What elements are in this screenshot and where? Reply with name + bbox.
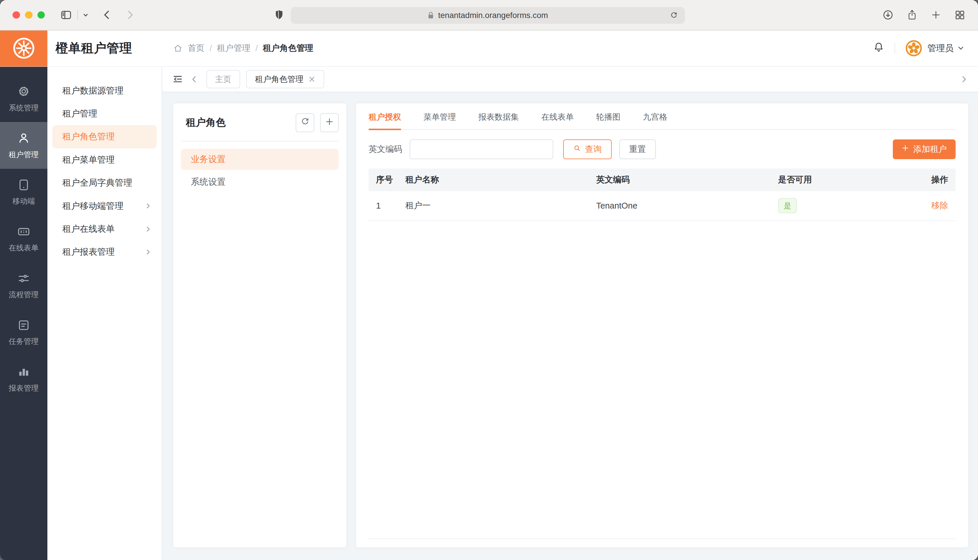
privacy-shield-icon[interactable] — [274, 9, 284, 21]
menu-item-global-dict[interactable]: 租户全局字典管理 — [47, 172, 162, 194]
breadcrumb-tenant[interactable]: 租户管理 — [217, 42, 251, 54]
menu-item-tenant-role[interactable]: 租户角色管理 — [52, 125, 156, 148]
sidebar-item-label: 租户管理 — [9, 150, 38, 160]
menu-item-tenant-menu[interactable]: 租户菜单管理 — [47, 148, 162, 172]
breadcrumb-current: 租户角色管理 — [263, 42, 313, 54]
menu-fold-icon[interactable] — [172, 73, 184, 85]
sidebar-item-label: 报表管理 — [9, 383, 38, 393]
row-enabled: 是 — [771, 198, 894, 213]
notification-bell-icon[interactable] — [873, 41, 885, 56]
search-input[interactable] — [410, 139, 553, 160]
gear-icon — [17, 85, 30, 98]
sliders-icon — [17, 272, 30, 285]
sidebar-item-tenant[interactable]: 租户管理 — [0, 122, 47, 169]
screen: tenantadmin.orangeforms.com — [0, 0, 978, 560]
tab-tenant-auth[interactable]: 租户授权 — [369, 112, 401, 130]
detail-panel: 租户授权 菜单管理 报表数据集 在线表单 轮播图 九宫格 英文编码 — [356, 103, 969, 548]
tab-online-form[interactable]: 在线表单 — [541, 112, 574, 130]
home-icon — [173, 43, 182, 53]
minimize-window-button[interactable] — [25, 11, 33, 19]
col-header-index: 序号 — [369, 174, 398, 186]
col-header-name: 租户名称 — [398, 174, 589, 186]
sidebar-item-label: 系统管理 — [9, 103, 38, 113]
tab-home[interactable]: 主页 — [206, 70, 240, 88]
sidebar-item-tasks[interactable]: 任务管理 — [0, 309, 47, 356]
tabs-scroll-right-icon[interactable] — [960, 75, 968, 83]
orange-wheel-icon — [11, 36, 36, 61]
forward-button[interactable] — [126, 10, 135, 20]
reset-button[interactable]: 重置 — [619, 139, 656, 160]
breadcrumb-home[interactable]: 首页 — [188, 42, 205, 54]
table-row: 1 租户一 TenantOne 是 移除 — [369, 191, 956, 221]
remove-link[interactable]: 移除 — [931, 201, 948, 210]
refresh-button[interactable] — [296, 113, 314, 132]
sidebar-item-label: 在线表单 — [9, 243, 38, 253]
sidebar-item-reports[interactable]: 报表管理 — [0, 356, 47, 403]
menu-item-tenant-mobile[interactable]: 租户移动端管理 — [47, 194, 162, 217]
app-logo[interactable] — [0, 30, 47, 66]
menu-item-datasource[interactable]: 租户数据源管理 — [47, 79, 162, 102]
tenant-table: 序号 租户名称 英文编码 是否可用 操作 1 租户一 TenantOne 是 — [369, 168, 956, 539]
sidebar-item-label: 移动端 — [12, 196, 35, 206]
zoom-window-button[interactable] — [37, 11, 45, 19]
plus-icon — [325, 117, 334, 128]
add-tenant-button[interactable]: 添加租户 — [893, 139, 956, 160]
browser-window: tenantadmin.orangeforms.com — [0, 0, 978, 560]
lock-icon — [427, 11, 434, 20]
tab-carousel[interactable]: 轮播图 — [596, 112, 621, 130]
sidebar-item-online-form[interactable]: 在线表单 — [0, 215, 47, 262]
add-role-button[interactable] — [320, 113, 339, 132]
refresh-icon — [300, 117, 309, 128]
user-name[interactable]: 管理员 — [928, 42, 954, 54]
col-header-actions: 操作 — [894, 174, 956, 186]
page-tabbar: 主页 租户角色管理 — [162, 67, 978, 92]
menu-item-tenant[interactable]: 租户管理 — [47, 102, 162, 125]
chevron-right-icon — [145, 202, 152, 209]
role-list: 业务设置 系统设置 — [173, 142, 346, 201]
status-badge: 是 — [778, 198, 797, 213]
role-item-system[interactable]: 系统设置 — [181, 172, 339, 193]
sidebar-item-label: 流程管理 — [9, 290, 38, 300]
address-bar[interactable]: tenantadmin.orangeforms.com — [291, 7, 685, 24]
sidebar-chevron-down-icon[interactable] — [83, 12, 89, 18]
form-ratio-icon — [17, 225, 30, 238]
divider — [894, 43, 895, 54]
role-panel-title: 租户角色 — [186, 116, 226, 129]
primary-sidebar: 系统管理 租户管理 移动端 — [0, 67, 47, 560]
bar-chart-icon — [17, 365, 30, 379]
row-tenant-code: TenantOne — [589, 201, 771, 211]
tab-grid-nine[interactable]: 九宫格 — [643, 112, 667, 130]
tabs-scroll-left-icon[interactable] — [190, 75, 198, 83]
sidebar-item-workflow[interactable]: 流程管理 — [0, 262, 47, 309]
sidebar-toggle-icon[interactable] — [60, 9, 72, 21]
reload-icon[interactable] — [670, 11, 678, 20]
url-text: tenantadmin.orangeforms.com — [438, 11, 548, 20]
close-window-button[interactable] — [12, 11, 20, 19]
avatar[interactable] — [905, 40, 923, 57]
browser-toolbar: tenantadmin.orangeforms.com — [0, 0, 978, 30]
query-button[interactable]: 查询 — [563, 139, 612, 160]
tab-menu-mgmt[interactable]: 菜单管理 — [424, 112, 456, 130]
divider — [77, 10, 78, 20]
table-empty-space — [369, 221, 956, 538]
menu-item-tenant-online-form[interactable]: 租户在线表单 — [47, 218, 162, 240]
row-actions: 移除 — [894, 200, 956, 212]
share-icon[interactable] — [907, 9, 917, 21]
back-button[interactable] — [102, 10, 111, 20]
downloads-icon[interactable] — [882, 9, 894, 21]
detail-tabs: 租户授权 菜单管理 报表数据集 在线表单 轮播图 九宫格 — [369, 103, 956, 130]
tab-report-dataset[interactable]: 报表数据集 — [478, 112, 519, 130]
close-icon[interactable] — [308, 76, 316, 83]
sidebar-item-system[interactable]: 系统管理 — [0, 75, 47, 122]
secondary-sidebar: 租户数据源管理 租户管理 租户角色管理 租户菜单管理 租户全局字典管理 租户移动… — [47, 67, 162, 560]
user-chevron-down-icon[interactable] — [957, 43, 964, 54]
tab-overview-icon[interactable] — [954, 9, 966, 21]
breadcrumb: 首页 / 租户管理 / 租户角色管理 — [173, 42, 313, 54]
app-header: 橙单租户管理 首页 / 租户管理 / 租户角色管理 — [0, 30, 978, 67]
new-tab-icon[interactable] — [931, 10, 941, 20]
role-item-business[interactable]: 业务设置 — [181, 149, 339, 170]
sidebar-item-mobile[interactable]: 移动端 — [0, 169, 47, 215]
menu-item-tenant-report[interactable]: 租户报表管理 — [47, 240, 162, 263]
tab-tenant-role[interactable]: 租户角色管理 — [246, 70, 324, 88]
chevron-right-icon — [145, 226, 152, 233]
